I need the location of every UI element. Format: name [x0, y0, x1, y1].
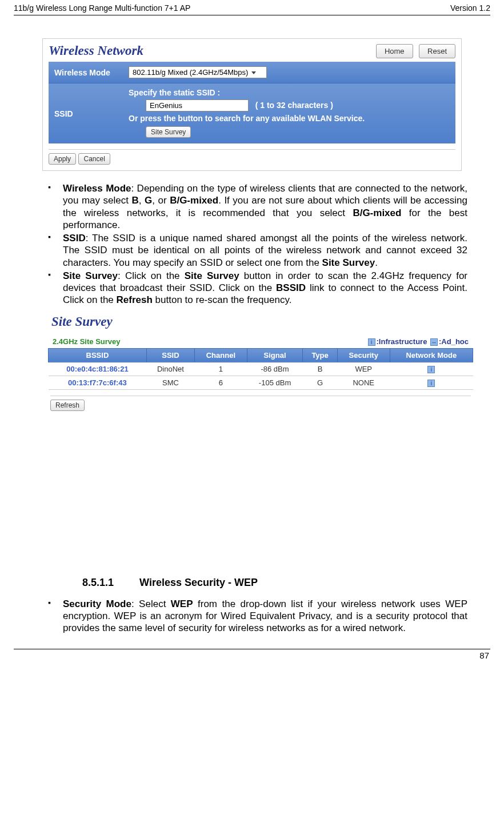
- col-signal: Signal: [247, 348, 303, 362]
- col-type: Type: [303, 348, 338, 362]
- site-survey-table: BSSID SSID Channel Signal Type Security …: [48, 348, 473, 390]
- infrastructure-icon: i: [427, 366, 435, 373]
- cell-mode: i: [390, 362, 473, 376]
- cell-type: B: [303, 362, 338, 376]
- reset-button[interactable]: Reset: [419, 44, 455, 58]
- cell-ssid: DinoNet: [146, 362, 194, 376]
- bullet-site-survey: Site Survey: Click on the Site Survey bu…: [48, 270, 467, 306]
- site-survey-legend-right: i:Infrastructure ↔:Ad_hoc: [367, 337, 469, 346]
- cell-signal: -86 dBm: [247, 362, 303, 376]
- col-mode: Network Mode: [390, 348, 473, 362]
- security-description-list: Security Mode: Select WEP from the drop-…: [48, 598, 467, 635]
- infrastructure-icon: i: [427, 380, 435, 387]
- apply-button[interactable]: Apply: [49, 153, 76, 165]
- ssid-label: SSID: [49, 83, 123, 143]
- site-survey-legend-left: 2.4GHz Site Survey: [53, 337, 121, 346]
- cell-security: WEP: [337, 362, 390, 376]
- bssid-link[interactable]: 00:e0:4c:81:86:21: [49, 362, 147, 376]
- wireless-description-list: Wireless Mode: Depending on the type of …: [48, 182, 467, 306]
- wireless-mode-label: Wireless Mode: [49, 62, 123, 83]
- cell-channel: 1: [195, 362, 247, 376]
- wireless-mode-select[interactable]: 802.11b/g Mixed (2.4GHz/54Mbps): [129, 66, 267, 78]
- cell-channel: 6: [195, 376, 247, 389]
- bullet-ssid: SSID: The SSID is a unique named shared …: [48, 232, 467, 269]
- col-bssid: BSSID: [49, 348, 147, 362]
- col-ssid: SSID: [146, 348, 194, 362]
- doc-header-left: 11b/g Wireless Long Range Multi-function…: [14, 3, 190, 13]
- wireless-network-panel: Wireless Network Home Reset Wireless Mod…: [42, 38, 462, 171]
- section-title: Wireless Security - WEP: [139, 577, 258, 588]
- ssid-specify-text: Specify the static SSID :: [129, 88, 450, 97]
- page-number: 87: [14, 649, 490, 660]
- cell-type: G: [303, 376, 338, 389]
- adhoc-icon: ↔: [430, 338, 438, 346]
- site-survey-button[interactable]: Site Survey: [146, 126, 191, 138]
- infrastructure-icon: i: [368, 338, 375, 346]
- bullet-security-mode: Security Mode: Select WEP from the drop-…: [48, 598, 467, 635]
- ssid-char-hint: ( 1 to 32 characters ): [255, 101, 333, 110]
- cancel-button[interactable]: Cancel: [78, 153, 110, 165]
- bssid-link[interactable]: 00:13:f7:7c:6f:43: [49, 376, 147, 389]
- cell-mode: i: [390, 376, 473, 389]
- ssid-input[interactable]: EnGenius: [146, 99, 249, 111]
- site-survey-title: Site Survey: [48, 314, 473, 329]
- table-row: 00:e0:4c:81:86:21 DinoNet 1 -86 dBm B WE…: [49, 362, 473, 376]
- cell-signal: -105 dBm: [247, 376, 303, 389]
- cell-ssid: SMC: [146, 376, 194, 389]
- section-heading: 8.5.1.1 Wireless Security - WEP: [82, 577, 467, 589]
- home-button[interactable]: Home: [376, 44, 413, 58]
- table-row: 00:13:f7:7c:6f:43 SMC 6 -105 dBm G NONE …: [49, 376, 473, 389]
- site-survey-panel: Site Survey 2.4GHz Site Survey i:Infrast…: [48, 314, 473, 417]
- ssid-or-text: Or press the button to search for any av…: [129, 114, 450, 123]
- wireless-network-title: Wireless Network: [49, 43, 143, 58]
- col-channel: Channel: [195, 348, 247, 362]
- refresh-button[interactable]: Refresh: [50, 400, 85, 411]
- bullet-wireless-mode: Wireless Mode: Depending on the type of …: [48, 182, 467, 231]
- doc-header-right: Version 1.2: [450, 3, 490, 13]
- cell-security: NONE: [337, 376, 390, 389]
- col-security: Security: [337, 348, 390, 362]
- section-number: 8.5.1.1: [82, 577, 114, 588]
